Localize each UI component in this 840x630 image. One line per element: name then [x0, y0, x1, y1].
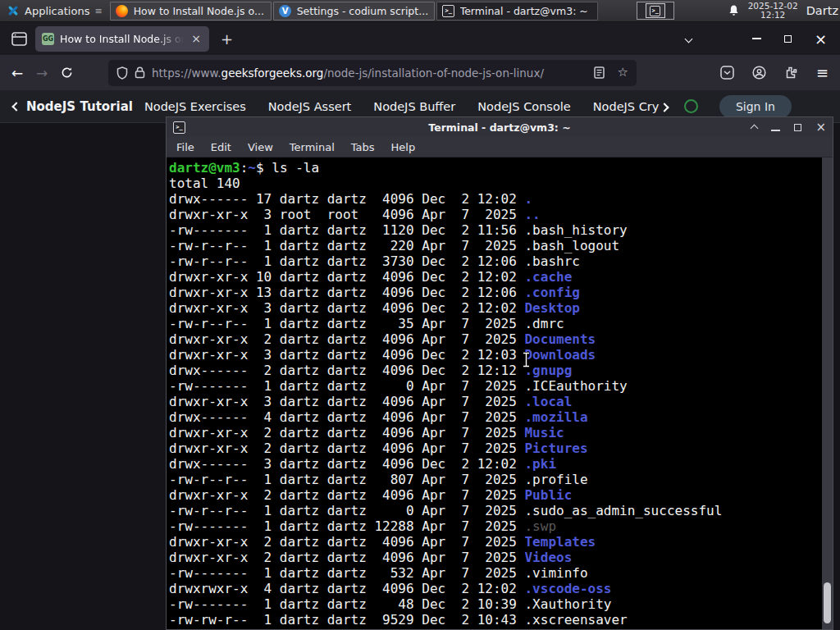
firefox-view-icon[interactable] [11, 32, 27, 46]
pager-window-icon: >_ [646, 3, 665, 18]
search-icon[interactable] [684, 99, 698, 113]
ls-row: drwxr-xr-x 3 dartz dartz 4096 Dec 2 12:0… [169, 300, 833, 316]
applications-label: Applications [25, 5, 89, 17]
ls-meta: drwxrwxr-x 4 dartz dartz 4096 Dec 2 12:0… [169, 581, 524, 596]
ls-name: .bash_logout [524, 238, 619, 253]
list-all-tabs-icon[interactable] [686, 36, 692, 42]
window-minimize-button[interactable] [752, 38, 761, 39]
browser-tab[interactable]: GG How to Install Node.js on × [35, 26, 209, 52]
url-text[interactable]: https://www.geeksforgeeks.org/node-js/in… [152, 66, 587, 80]
back-button[interactable]: ← [5, 65, 30, 81]
terminal-menu-help[interactable]: Help [385, 139, 422, 156]
app-menu-icon[interactable]: ≡ [816, 64, 829, 81]
taskbar-button[interactable]: How to Install Node.js o... [110, 2, 272, 21]
ls-row: drwxr-xr-x 3 root root 4096 Apr 7 2025 .… [169, 207, 833, 222]
taskbar-button[interactable]: VSettings - codium script... [273, 2, 435, 21]
tab-close-icon[interactable]: × [189, 32, 203, 45]
terminal-menu-terminal[interactable]: Terminal [283, 139, 341, 156]
ls-meta: -rw------- 1 dartz dartz 0 Apr 7 2025 [169, 378, 524, 394]
reader-mode-icon[interactable] [594, 66, 605, 79]
account-icon[interactable] [752, 66, 766, 80]
nav-back-label: NodeJS Tutorial [26, 99, 133, 114]
taskbar-button-label: Settings - codium script... [297, 5, 428, 17]
terminal-menu-edit[interactable]: Edit [204, 139, 238, 156]
applications-icon [7, 4, 20, 17]
ls-meta: drwxr-xr-x 3 root root 4096 Apr 7 2025 [169, 207, 524, 222]
ls-meta: drwx------ 4 dartz dartz 4096 Apr 7 2025 [169, 409, 524, 425]
ls-row: drwxr-xr-x 2 dartz dartz 4096 Apr 7 2025… [169, 331, 833, 347]
prompt-user-host: dartz@vm3 [169, 160, 240, 176]
ls-name: .pki [524, 456, 556, 472]
window-close-button[interactable]: × [815, 30, 827, 48]
ls-name: .cache [524, 269, 572, 285]
ls-row: drwx------ 4 dartz dartz 4096 Apr 7 2025… [169, 409, 833, 425]
workspace-pager[interactable]: >_ [637, 2, 674, 20]
nav-scroll-right-icon[interactable] [661, 98, 668, 114]
terminal-screen[interactable]: dartz@vm3:~$ ls -latotal 140drwx------ 1… [167, 158, 833, 629]
extensions-puzzle-icon[interactable] [784, 66, 798, 80]
taskbar-button-label: How to Install Node.js o... [134, 5, 264, 17]
nav-link[interactable]: NodeJS Exercises [144, 100, 246, 113]
nav-back-tutorial[interactable]: NodeJS Tutorial [0, 99, 144, 114]
ls-name: .bash_history [524, 222, 627, 238]
ls-row: -rw-r--r-- 1 dartz dartz 35 Apr 7 2025 .… [169, 316, 833, 331]
notification-bell-icon[interactable] [728, 4, 740, 17]
reload-button[interactable] [54, 66, 79, 79]
terminal-close-button[interactable]: × [815, 120, 826, 135]
sign-in-button[interactable]: Sign In [719, 95, 792, 118]
applications-menu-button[interactable]: Applications ≡ [0, 0, 109, 21]
terminal-menu-tabs[interactable]: Tabs [345, 139, 381, 156]
ls-row: drwx------ 3 dartz dartz 4096 Dec 2 12:0… [169, 456, 833, 472]
ls-name: .viminfo [524, 565, 587, 581]
terminal-title: Terminal - dartz@vm3: ~ [167, 121, 833, 134]
scrollbar-thumb[interactable] [824, 582, 831, 623]
nav-link[interactable]: NodeJS Buffer [373, 100, 455, 113]
terminal-minimize-button[interactable] [771, 121, 780, 134]
shield-icon[interactable] [116, 66, 128, 80]
nav-link[interactable]: NodeJS Assert [268, 100, 352, 113]
terminal-scrollbar[interactable] [822, 158, 833, 629]
prompt-cwd: ~ [248, 160, 256, 176]
new-tab-button[interactable]: + [221, 30, 233, 48]
ls-row: drwxr-xr-x 2 dartz dartz 4096 Apr 7 2025… [169, 441, 833, 456]
ls-row: -rw------- 1 dartz dartz 1120 Dec 2 11:5… [169, 222, 833, 238]
ls-row: -rw------- 1 dartz dartz 532 Apr 7 2025 … [169, 565, 833, 581]
ls-name: .gnupg [524, 363, 572, 378]
user-menu[interactable]: Dartz [806, 4, 838, 17]
window-maximize-button[interactable] [784, 35, 792, 43]
pocket-save-icon[interactable] [720, 66, 734, 80]
ls-meta: drwxr-xr-x 2 dartz dartz 4096 Apr 7 2025 [169, 425, 524, 441]
terminal-shade-button[interactable] [751, 121, 757, 134]
terminal-menu-file[interactable]: File [170, 139, 201, 156]
lock-icon[interactable] [135, 66, 145, 79]
taskbar-button[interactable]: >_Terminal - dartz@vm3: ~ [436, 2, 598, 21]
ls-meta: drwxr-xr-x 2 dartz dartz 4096 Apr 7 2025 [169, 441, 524, 456]
terminal-title-bar[interactable]: >_ Terminal - dartz@vm3: ~ × [167, 117, 833, 137]
menu-lines-icon: ≡ [94, 6, 102, 16]
ls-name: .dmrc [524, 316, 564, 331]
forward-button: → [30, 65, 54, 81]
ls-name: .sudo_as_admin_successful [524, 503, 722, 518]
ls-name: .ICEauthority [524, 378, 627, 394]
ls-row: drwx------ 17 dartz dartz 4096 Dec 2 12:… [169, 191, 833, 207]
desktop: Applications ≡ How to Install Node.js o.… [0, 0, 840, 630]
system-tray: 2025-12-02 12:12 Dartz [728, 2, 840, 20]
ls-meta: drwxr-xr-x 3 dartz dartz 4096 Dec 2 12:0… [169, 347, 524, 363]
page-nav-links: NodeJS ExercisesNodeJS AssertNodeJS Buff… [144, 100, 660, 113]
url-bar[interactable]: https://www.geeksforgeeks.org/node-js/in… [108, 60, 637, 86]
nav-link[interactable]: NodeJS Console [477, 100, 571, 113]
ls-meta: -rw-r--r-- 1 dartz dartz 0 Apr 7 2025 [169, 503, 524, 518]
ls-name: .local [524, 394, 572, 409]
clock[interactable]: 2025-12-02 12:12 [748, 2, 798, 20]
terminal-maximize-button[interactable] [794, 121, 801, 134]
taskbar: How to Install Node.js o...VSettings - c… [109, 2, 599, 21]
terminal-output: dartz@vm3:~$ ls -latotal 140drwx------ 1… [167, 158, 833, 628]
taskbar-button-label: Terminal - dartz@vm3: ~ [460, 5, 588, 17]
bookmark-star-icon[interactable]: ☆ [618, 66, 628, 79]
ls-name: Desktop [524, 300, 579, 316]
terminal-menu-view[interactable]: View [241, 139, 280, 156]
ls-name: .bashrc [524, 253, 579, 269]
nav-link[interactable]: NodeJS Crypto [593, 100, 660, 113]
terminal-menu-bar: FileEditViewTerminalTabsHelp [167, 137, 833, 158]
ls-row: drwxr-xr-x 2 dartz dartz 4096 Apr 7 2025… [169, 550, 833, 565]
